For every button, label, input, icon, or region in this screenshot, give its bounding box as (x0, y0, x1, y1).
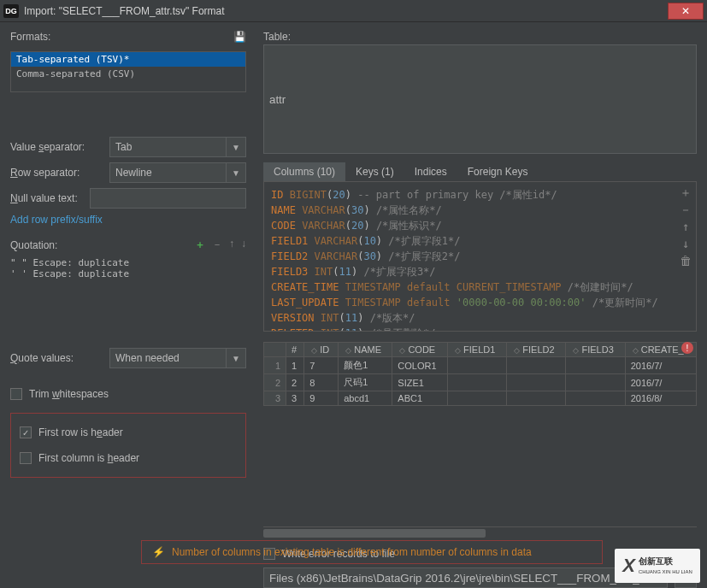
first-row-label: First row is header (38, 426, 123, 438)
first-col-header-row[interactable]: First column is header (20, 450, 237, 467)
bolt-icon: ⚡ (152, 546, 165, 558)
down-icon[interactable]: ↓ (241, 238, 246, 252)
ddl-toolbar: ＋ － ↑ ↓ 🗑 (679, 185, 692, 268)
warning-text: Number of columns in existing table is d… (172, 546, 532, 558)
remove-icon[interactable]: － (679, 203, 692, 216)
up-icon[interactable]: ↑ (229, 238, 234, 252)
scrollbar-thumb[interactable] (263, 529, 486, 538)
add-icon[interactable]: ＋ (195, 238, 205, 252)
first-row-header-row[interactable]: First row is header (20, 424, 237, 441)
remove-icon[interactable]: － (212, 238, 222, 252)
tab-indices[interactable]: Indices (404, 162, 457, 181)
ddl-line[interactable]: ID BIGINT(20) -- part of primary key /*属… (271, 187, 689, 203)
table-label: Table: (263, 31, 697, 43)
grid-column-header[interactable]: ◇ FIELD1 (448, 343, 507, 357)
ddl-line[interactable]: FIELD2 VARCHAR(30) /*扩展字段2*/ (271, 249, 689, 264)
format-item-tsv[interactable]: Tab-separated (TSV)* (11, 52, 245, 67)
data-grid[interactable]: ! #◇ ID◇ NAME◇ CODE◇ FIELD1◇ FIELD2◇ FIE… (263, 342, 697, 538)
first-col-label: First column is header (38, 452, 139, 464)
app-icon: DG (3, 4, 19, 18)
ddl-line[interactable]: NAME VARCHAR(30) /*属性名称*/ (271, 203, 689, 218)
watermark-logo: X 创新互联CHUANG XIN HU LIAN (615, 549, 700, 583)
ddl-line[interactable]: CODE VARCHAR(20) /*属性标识*/ (271, 218, 689, 233)
quote-values-label: Quote values: (10, 352, 103, 364)
table-row[interactable]: 339abcd1ABC12016/8/ (264, 391, 697, 406)
null-value-label: Null value text: (10, 192, 83, 204)
ddl-line[interactable]: CREATE_TIME TIMESTAMP default CURRENT_TI… (271, 279, 689, 295)
table-row[interactable]: 228尺码1SIZE12016/7/ (264, 374, 697, 391)
left-panel: Formats: 💾 Tab-separated (TSV)* Comma-se… (0, 22, 256, 588)
trash-icon[interactable]: 🗑 (679, 254, 692, 268)
trim-label: Trim whitespaces (29, 388, 109, 400)
down-icon[interactable]: ↓ (679, 237, 692, 250)
ddl-line[interactable]: FIELD1 VARCHAR(10) /*扩展字段1*/ (271, 233, 689, 249)
header-options-box: First row is header First column is head… (10, 413, 246, 478)
grid-column-header[interactable]: ◇ FIELD2 (507, 343, 566, 357)
formats-list[interactable]: Tab-separated (TSV)* Comma-separated (CS… (10, 51, 246, 92)
ddl-area[interactable]: ＋ － ↑ ↓ 🗑 ID BIGINT(20) -- part of prima… (263, 182, 697, 332)
chevron-down-icon: ▼ (226, 349, 240, 368)
column-tabs: Columns (10) Keys (1) Indices Foreign Ke… (263, 162, 697, 182)
quotation-item[interactable]: " " Escape: duplicate (10, 257, 246, 268)
ddl-line[interactable]: VERSION INT(11) /*版本*/ (271, 310, 689, 326)
warning-bar: ⚡ Number of columns in existing table is… (141, 540, 603, 564)
right-panel: Table: Columns (10) Keys (1) Indices For… (256, 22, 707, 588)
error-badge-icon[interactable]: ! (681, 342, 693, 354)
value-separator-select[interactable]: Tab▼ (109, 137, 246, 157)
trim-whitespaces-row[interactable]: Trim whitespaces (10, 385, 246, 403)
chevron-down-icon: ▼ (226, 163, 240, 182)
grid-column-header[interactable]: ◇ FIELD3 (566, 343, 625, 357)
tab-keys[interactable]: Keys (1) (345, 162, 404, 181)
tab-foreign-keys[interactable]: Foreign Keys (457, 162, 539, 181)
window-title: Import: "SELECT___FROM_attr.tsv" Format (24, 5, 668, 17)
first-row-checkbox[interactable] (20, 426, 32, 438)
quotation-item[interactable]: ' ' Escape: duplicate (10, 268, 246, 279)
up-icon[interactable]: ↑ (679, 220, 692, 233)
grid-column-header[interactable]: ◇ ID (304, 343, 339, 357)
close-button[interactable]: ✕ (668, 3, 704, 20)
chevron-down-icon: ▼ (226, 138, 240, 156)
tab-columns[interactable]: Columns (10) (263, 162, 345, 181)
trim-checkbox[interactable] (10, 388, 22, 400)
quotation-list[interactable]: " " Escape: duplicate ' ' Escape: duplic… (10, 257, 246, 286)
row-separator-label: Row separator: (10, 167, 103, 179)
table-name-input[interactable] (263, 44, 697, 154)
first-col-checkbox[interactable] (20, 452, 32, 464)
add-icon[interactable]: ＋ (679, 185, 692, 199)
error-file-input[interactable] (263, 567, 668, 588)
formats-label: Formats: (10, 31, 50, 43)
add-prefix-link[interactable]: Add row prefix/suffix (10, 214, 103, 226)
quotation-label: Quotation: (10, 239, 57, 251)
logo-x-icon: X (622, 555, 635, 577)
grid-column-header[interactable]: ◇ CODE (392, 343, 448, 357)
row-separator-select[interactable]: Newline▼ (109, 162, 246, 183)
null-value-input[interactable] (90, 188, 246, 209)
quote-values-select[interactable]: When needed▼ (109, 348, 246, 368)
value-separator-label: Value separator: (10, 141, 103, 153)
ddl-line[interactable]: LAST_UPDATE TIMESTAMP default '0000-00-0… (271, 295, 689, 310)
grid-column-header[interactable]: ◇ NAME (339, 343, 392, 357)
titlebar: DG Import: "SELECT___FROM_attr.tsv" Form… (0, 0, 707, 22)
grid-column-header[interactable]: # (286, 343, 304, 357)
save-icon[interactable]: 💾 (233, 31, 246, 43)
ddl-line[interactable]: FIELD3 INT(11) /*扩展字段3*/ (271, 264, 689, 279)
horizontal-scrollbar[interactable] (263, 526, 697, 538)
format-item-csv[interactable]: Comma-separated (CSV) (11, 67, 245, 81)
table-row[interactable]: 117颜色1COLOR12016/7/ (264, 357, 697, 374)
ddl-line[interactable]: DELETED INT(11) /*是否删除*/ (271, 326, 689, 332)
